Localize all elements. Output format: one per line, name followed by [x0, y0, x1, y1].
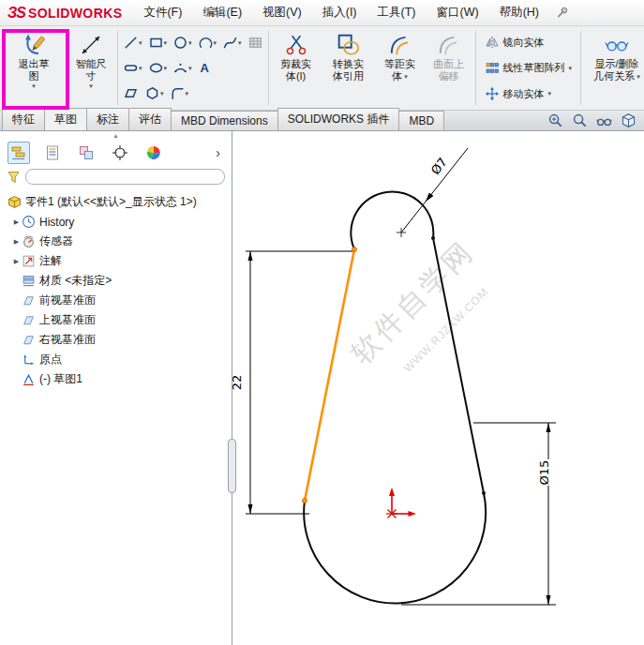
dropdown-arrow-icon[interactable]: ▾: [188, 65, 192, 72]
slot-icon: [123, 60, 139, 76]
sketch-parallelogram-button[interactable]: [120, 83, 142, 103]
move-entities-button[interactable]: 移动实体 ▾: [480, 84, 577, 103]
menu-edit[interactable]: 编辑(E): [192, 0, 252, 25]
convert-entities-button[interactable]: 转换实 体引用: [322, 28, 376, 108]
dropdown-arrow-icon[interactable]: ▾: [164, 39, 168, 47]
sketch-point[interactable]: [431, 236, 435, 240]
menu-tools[interactable]: 工具(T): [367, 0, 427, 25]
dropdown-arrow-icon[interactable]: ▾: [186, 90, 189, 98]
menu-window[interactable]: 窗口(W): [427, 0, 489, 25]
dimxpert-crosshair-icon: [112, 144, 128, 161]
menu-help[interactable]: 帮助(H): [489, 0, 549, 25]
trim-entities-button[interactable]: 剪裁实 体(I): [271, 28, 322, 108]
dropdown-arrow-icon[interactable]: ▾: [160, 90, 164, 98]
sketch-3point-arc-button[interactable]: ▾: [170, 58, 195, 78]
property-manager-tab[interactable]: [41, 142, 64, 164]
sketch-spline-button[interactable]: ▾: [219, 33, 245, 52]
tree-item-origin[interactable]: 原点: [2, 350, 232, 369]
filter-funnel-icon[interactable]: [7, 170, 21, 184]
tree-item-sensors[interactable]: ▶ 传感器: [2, 232, 232, 251]
tree-item-history[interactable]: ▶ History: [2, 212, 232, 232]
selected-sketch-line[interactable]: [302, 247, 356, 502]
mirror-entities-button[interactable]: 镜向实体: [480, 33, 577, 52]
tree-filter-input[interactable]: [25, 169, 225, 185]
tab-features[interactable]: 特征: [2, 108, 45, 130]
dropdown-arrow-icon[interactable]: ▾: [32, 82, 36, 90]
sketch-viewport[interactable]: 软件自学网 WWW.RJZXW.COM 22: [232, 131, 644, 645]
part-icon: [7, 195, 22, 209]
dropdown-arrow-icon[interactable]: ▾: [404, 73, 408, 81]
sketch-arc-button[interactable]: ▾: [195, 33, 220, 52]
tree-item-front-plane[interactable]: 前视基准面: [2, 291, 232, 310]
dropdown-arrow-icon[interactable]: ▾: [139, 39, 142, 47]
sketch-rectangle-button[interactable]: ▾: [145, 33, 171, 52]
tree-item-right-plane[interactable]: 右视基准面: [2, 330, 232, 350]
dropdown-arrow-icon[interactable]: ▾: [188, 39, 192, 47]
expand-arrow-icon[interactable]: ▶: [11, 218, 22, 226]
dropdown-arrow-icon[interactable]: ▾: [139, 65, 142, 72]
smart-dimension-button[interactable]: 智能尺 寸 ▾: [67, 28, 115, 108]
exit-sketch-button[interactable]: 退出草 图 ▾: [1, 28, 67, 108]
relations-glasses-icon: [605, 33, 629, 57]
linear-pattern-icon: [485, 61, 500, 76]
dropdown-arrow-icon[interactable]: ▾: [238, 39, 242, 47]
tab-evaluate[interactable]: 评估: [128, 108, 172, 130]
expand-arrow-icon[interactable]: ▶: [11, 258, 22, 265]
cube-icon[interactable]: [621, 112, 637, 128]
sketch-circle-button[interactable]: ▾: [170, 33, 195, 52]
origin-marker[interactable]: [386, 488, 416, 518]
dimxpert-manager-tab[interactable]: [109, 142, 131, 164]
tree-item-sketch1[interactable]: (-) 草图1: [2, 369, 232, 389]
dropdown-arrow-icon[interactable]: ▾: [164, 65, 168, 72]
dropdown-arrow-icon[interactable]: ▾: [89, 82, 93, 90]
menu-view[interactable]: 视图(V): [252, 0, 312, 25]
tree-item-annotations[interactable]: ▶ 注解: [2, 251, 232, 271]
feature-manager-tab[interactable]: [7, 142, 30, 164]
dimension-diameter-7[interactable]: Ø7: [401, 148, 468, 232]
tab-solidworks-addins[interactable]: SOLIDWORKS 插件: [277, 108, 400, 130]
dropdown-arrow-icon[interactable]: ▾: [548, 90, 552, 98]
dropdown-arrow-icon[interactable]: ▾: [214, 39, 217, 47]
sketch-ellipse-button[interactable]: ▾: [145, 58, 171, 78]
menu-insert[interactable]: 插入(I): [312, 0, 367, 25]
feature-manager-panel: ▲: [0, 131, 232, 645]
menu-file[interactable]: 文件(F): [133, 0, 192, 25]
graphics-area[interactable]: 软件自学网 WWW.RJZXW.COM 22: [232, 131, 644, 645]
magnifier-icon[interactable]: [572, 112, 588, 128]
panel-expand-chevron-icon[interactable]: ›: [212, 143, 224, 162]
tab-markup[interactable]: 标注: [86, 108, 129, 130]
sketch-polygon-button[interactable]: ▾: [142, 83, 167, 103]
tab-mbd[interactable]: MBD: [398, 111, 444, 130]
tree-item-material[interactable]: 材质 <未指定>: [2, 271, 232, 291]
sketch-slot-button[interactable]: ▾: [120, 58, 145, 78]
dropdown-arrow-icon[interactable]: ▾: [637, 73, 640, 81]
linear-sketch-pattern-button[interactable]: 线性草图阵列 ▾: [480, 59, 577, 78]
tree-item-label: 注解: [39, 253, 62, 269]
mirror-entities-label: 镜向实体: [503, 36, 545, 50]
dimension-diameter-15[interactable]: Ø15: [401, 423, 556, 605]
offset-entities-button[interactable]: 等距实 体 ▾: [376, 28, 425, 108]
panel-splitter-handle[interactable]: [228, 439, 236, 493]
tab-sketch[interactable]: 草图: [44, 108, 87, 130]
expand-arrow-icon[interactable]: ▶: [11, 238, 22, 246]
magnifier-plus-icon[interactable]: [547, 112, 563, 128]
sketch-text-button[interactable]: A: [195, 59, 215, 77]
pin-menu-icon[interactable]: [555, 6, 569, 20]
sketch-fillet-button[interactable]: ▾: [167, 83, 192, 103]
display-manager-tab[interactable]: [142, 142, 165, 164]
dimension-length-22[interactable]: 22: [232, 251, 352, 514]
display-delete-relations-button[interactable]: 显示/删除 几何关系 ▾: [583, 28, 644, 108]
sketch-point[interactable]: [482, 491, 486, 495]
tree-item-top-plane[interactable]: 上视基准面: [2, 310, 232, 330]
toolbar-separator: [580, 31, 581, 105]
panel-collapse-arrow[interactable]: ▲: [0, 131, 232, 141]
sketch-line-button[interactable]: ▾: [120, 33, 145, 52]
polygon-icon: [144, 85, 160, 101]
tab-mbd-dimensions[interactable]: MBD Dimensions: [171, 111, 278, 130]
move-entities-label: 移动实体: [503, 87, 545, 101]
glasses-icon[interactable]: [596, 112, 612, 128]
configuration-manager-tab[interactable]: [75, 142, 97, 164]
tree-root-part[interactable]: 零件1 (默认<<默认>_显示状态 1>): [2, 192, 232, 212]
arc-icon: [198, 35, 214, 51]
dropdown-arrow-icon[interactable]: ▾: [569, 65, 573, 72]
